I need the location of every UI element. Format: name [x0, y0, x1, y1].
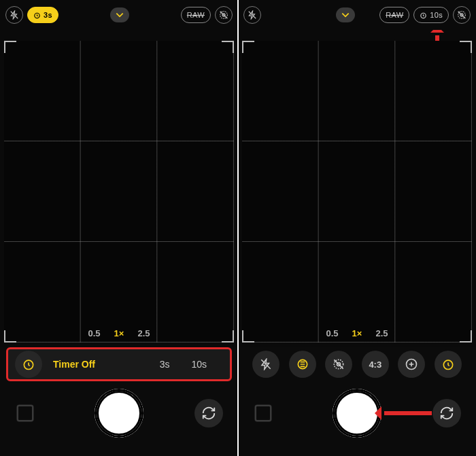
last-photo-thumbnail[interactable] — [11, 399, 39, 427]
bottom-controls: 4:3 — [238, 347, 476, 456]
timer-10s-option[interactable]: 10s — [180, 359, 218, 370]
timer-3s-option[interactable]: 3s — [149, 359, 181, 370]
night-mode-control[interactable] — [289, 351, 316, 378]
raw-toggle[interactable]: RAW — [181, 7, 211, 23]
shutter-row — [0, 387, 238, 440]
screenshot-left: 3s RAW 0.5 1× 2.5 — [0, 0, 238, 456]
bottom-controls: Timer Off 3s 10s — [0, 347, 238, 456]
live-photo-toggle[interactable] — [215, 6, 233, 24]
screenshot-divider — [237, 0, 239, 456]
camera-controls-row: 4:3 — [244, 347, 470, 381]
timer-off-option[interactable]: Timer Off — [45, 359, 103, 370]
svg-rect-6 — [18, 406, 33, 421]
controls-dropdown[interactable] — [336, 7, 355, 22]
annotation-arrow-shutter — [384, 411, 432, 415]
timer-badge[interactable]: 3s — [27, 7, 58, 23]
svg-line-4 — [220, 12, 228, 19]
viewfinder[interactable]: 0.5 1× 2.5 — [4, 41, 234, 343]
svg-line-16 — [335, 359, 343, 368]
screenshot-right: RAW 10s 0.5 1× 2.5 — [238, 0, 476, 456]
timer-options-panel: Timer Off 3s 10s — [6, 347, 232, 381]
live-photo-toggle[interactable] — [453, 6, 471, 24]
live-photo-control[interactable] — [325, 351, 352, 378]
controls-dropdown[interactable] — [110, 7, 129, 22]
zoom-2_5[interactable]: 2.5 — [375, 328, 388, 338]
topbar: RAW 10s — [238, 0, 476, 30]
switch-camera-button[interactable] — [194, 399, 223, 427]
zoom-selector[interactable]: 0.5 1× 2.5 — [326, 328, 388, 338]
zoom-2_5[interactable]: 2.5 — [137, 328, 150, 338]
zoom-1x[interactable]: 1× — [114, 328, 124, 338]
zoom-selector[interactable]: 0.5 1× 2.5 — [88, 328, 150, 338]
viewfinder[interactable]: 0.5 1× 2.5 — [242, 41, 472, 343]
svg-line-11 — [458, 12, 466, 19]
timer-icon[interactable] — [15, 351, 42, 378]
topbar: 3s RAW — [0, 0, 238, 30]
timer-control[interactable] — [435, 351, 462, 378]
aspect-ratio-control[interactable]: 4:3 — [362, 351, 389, 378]
zoom-0_5[interactable]: 0.5 — [88, 328, 101, 338]
flash-button[interactable] — [243, 6, 261, 24]
svg-rect-19 — [256, 406, 271, 421]
exposure-control[interactable] — [398, 351, 425, 378]
last-photo-thumbnail[interactable] — [249, 399, 277, 427]
timer-status-pill[interactable]: 10s — [413, 7, 449, 23]
zoom-1x[interactable]: 1× — [352, 328, 362, 338]
shutter-button[interactable] — [95, 389, 143, 438]
timer-badge-label: 3s — [44, 11, 52, 19]
flash-control[interactable] — [252, 351, 279, 378]
zoom-0_5[interactable]: 0.5 — [326, 328, 339, 338]
raw-toggle[interactable]: RAW — [379, 7, 409, 23]
flash-button[interactable] — [5, 6, 23, 24]
shutter-row — [238, 387, 476, 440]
timer-pill-label: 10s — [430, 11, 443, 19]
switch-camera-button[interactable] — [432, 399, 461, 427]
